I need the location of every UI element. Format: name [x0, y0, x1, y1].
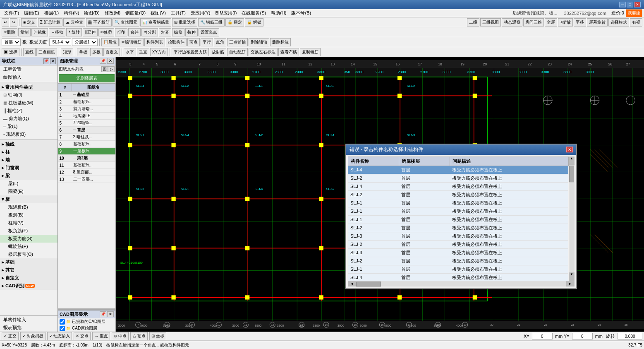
view-rebar-btn[interactable]: 📊 查看钢筋量: [140, 18, 171, 26]
swap-mark-btn[interactable]: 交换左右标注: [249, 48, 278, 56]
menu-help[interactable]: 帮助(H): [268, 9, 289, 17]
wall-group[interactable]: ▸ 墙: [0, 156, 57, 164]
sidebar-beam-l[interactable]: 梁(L): [0, 180, 57, 188]
sidebar-item-raft[interactable]: ▦ 筏板基础(M): [0, 99, 57, 107]
menu-view[interactable]: 视图(V): [148, 9, 168, 17]
common-group-header[interactable]: ▸ 常用构件类型: [0, 83, 57, 91]
sidebar-slab-hole[interactable]: 板洞(B): [0, 211, 57, 219]
cad-original-checkbox[interactable]: [60, 326, 65, 331]
maximize-button[interactable]: □: [627, 2, 633, 7]
vertex-btn[interactable]: △ 顶点: [130, 332, 148, 340]
midpoint-btn[interactable]: ⊕ 中点: [112, 332, 129, 340]
expand-btn[interactable]: ▷: [108, 66, 115, 72]
sidebar-cast-slab[interactable]: 现浇板(B): [0, 203, 57, 211]
copy-btn[interactable]: 复制: [18, 28, 31, 36]
cad-close-btn[interactable]: ✕: [107, 311, 114, 317]
floor-row[interactable]: 3剪力墙暗...: [58, 106, 115, 113]
batch-select-btn[interactable]: ⊞ 批量选择: [172, 18, 197, 26]
minimize-button[interactable]: ─: [619, 2, 626, 7]
sidebar-pos-rebar[interactable]: 板受力筋(S): [0, 235, 57, 243]
view3d-btn[interactable]: 三维视图: [480, 18, 501, 26]
slab-group[interactable]: ▾ 板: [0, 195, 57, 203]
close-button[interactable]: ✕: [634, 2, 641, 7]
select-mode-btn[interactable]: 选择模式: [608, 18, 629, 26]
define-btn[interactable]: ■ 定义: [21, 18, 37, 26]
select-btn[interactable]: ▣ 选择: [2, 48, 19, 56]
sidebar-floor-band[interactable]: 楼层板带(O): [0, 250, 57, 258]
error-row[interactable]: SLJ-1首层板受力筋必须布置在板上: [348, 199, 568, 207]
error-row[interactable]: SLJ-4首层板受力筋必须布置在板上: [348, 182, 568, 190]
sidebar-item-settings[interactable]: 工程设置: [0, 65, 57, 73]
screen-rotate-btn[interactable]: 屏幕旋转: [587, 18, 608, 26]
orthogonal-btn[interactable]: ✓ 正交: [2, 332, 19, 340]
beam-group[interactable]: ▸ 梁: [0, 172, 57, 180]
dialog-scroll-area[interactable]: 构件名称 所属楼层 问题描述 SLJ-4首层板受力筋必须布置在板上SLJ-2首层…: [348, 156, 569, 281]
menu-version[interactable]: 版本号(B): [289, 9, 314, 17]
menu-component[interactable]: 构件(N): [61, 9, 81, 17]
floor-select[interactable]: 首层: [2, 39, 21, 46]
door-group[interactable]: ▸ 门窗洞: [0, 164, 57, 172]
auto-config-btn[interactable]: 自动配筋: [227, 48, 248, 56]
pin-btn[interactable]: 📌: [100, 58, 106, 64]
menu-rebar[interactable]: 钢筋量(Q): [123, 9, 148, 17]
floor-row[interactable]: 4地沟梁LE: [58, 113, 115, 120]
cloud-check-btn[interactable]: ☁ 云检查: [63, 18, 85, 26]
error-row[interactable]: SLJ-2首层板受力筋必须布置在板上: [348, 174, 568, 182]
custom-group[interactable]: ▸ 自定义: [0, 274, 57, 282]
error-row[interactable]: SLJ-4首层板受力筋必须布置在板上: [348, 166, 568, 174]
floor-row[interactable]: 57.20轴%...: [58, 120, 115, 127]
dynamic-view-btn[interactable]: 动态观察: [502, 18, 522, 26]
menu-bim[interactable]: BIM应用(I): [213, 9, 239, 17]
error-row[interactable]: SLJ-4首层板受力筋必须布置在板上: [348, 273, 568, 281]
cad-extracted-checkbox[interactable]: [60, 319, 65, 325]
floor-row[interactable]: 9一层板%...: [58, 148, 115, 155]
trim-btn[interactable]: ✂修剪: [98, 28, 114, 36]
delete-btn[interactable]: ✕删除: [2, 28, 17, 36]
arc-btn[interactable]: 三点画弧: [36, 48, 57, 56]
error-row[interactable]: SLJ-1首层板受力筋必须布置在板上: [348, 265, 568, 273]
radial-btn[interactable]: 放射筋: [210, 48, 226, 56]
rect-btn[interactable]: 矩形: [61, 48, 73, 56]
copy-rebar-btn[interactable]: 复制钢筋: [300, 48, 321, 56]
view2d-btn[interactable]: 二维: [467, 18, 479, 26]
floor-row[interactable]: 2基础顶%...: [58, 99, 115, 106]
print-btn[interactable]: 打印: [115, 28, 127, 36]
horizontal-btn[interactable]: 水平: [124, 48, 136, 56]
floor-row[interactable]: 11基础顶%...: [58, 162, 115, 169]
identify-floor-btn[interactable]: 识别楼层表: [59, 74, 115, 82]
floor-row[interactable]: 8基础顶%...: [58, 141, 115, 148]
zoom-in-btn[interactable]: +缩放: [558, 18, 573, 26]
del-axis-btn[interactable]: 删除辅轴: [249, 38, 269, 46]
snap-btn[interactable]: ✓ 对象捕捉: [20, 332, 45, 340]
rotate-input[interactable]: [618, 333, 642, 339]
axis-group[interactable]: ▸ 轴线: [0, 140, 57, 148]
close-icon[interactable]: ✕: [50, 58, 56, 64]
parallel-edge-btn[interactable]: 平行边布置受力筋: [172, 48, 209, 56]
view-rebar2-btn[interactable]: 查看布筋: [278, 48, 299, 56]
add-file-btn[interactable]: 图: [101, 66, 108, 72]
sidebar-item-beam[interactable]: ═ 梁(L): [0, 123, 57, 130]
extend-btn[interactable]: ‖延伸: [83, 28, 98, 36]
floor-row[interactable]: 10─ 第2层: [58, 155, 115, 162]
error-row[interactable]: SLJ-2首层板受力筋必须布置在板上: [348, 190, 568, 199]
sidebar-item-axis[interactable]: ⊞ 轴网(J): [0, 91, 57, 99]
floor-close-btn[interactable]: ✕: [107, 58, 114, 64]
del-mark-btn[interactable]: 删除标注: [270, 38, 291, 46]
menu-floor[interactable]: 楼层(L): [42, 9, 61, 17]
xy-btn[interactable]: XY方向: [150, 48, 168, 56]
calc-btn[interactable]: Σ 汇总计算: [38, 18, 62, 26]
floor-row[interactable]: 6─ 首层: [58, 127, 115, 134]
redo-btn[interactable]: ↪: [10, 18, 17, 26]
unlock-btn[interactable]: 🔓 解锁: [245, 18, 263, 26]
undo-btn[interactable]: ↩: [2, 18, 9, 26]
cad-group[interactable]: ▸ CAD识别 NEW: [0, 282, 57, 290]
divide-btn[interactable]: ⫷分割: [141, 28, 158, 36]
menu-modify[interactable]: 修改(M): [102, 9, 123, 17]
single-component-btn[interactable]: 单构件输入: [0, 316, 57, 324]
cad-layer-original[interactable]: 📁 CAD原始图层: [58, 325, 115, 332]
y-input[interactable]: [572, 333, 593, 339]
merge-btn[interactable]: 合并: [128, 28, 141, 36]
set-point-btn[interactable]: 设置夹点: [199, 28, 219, 36]
flat-btn[interactable]: 平移: [574, 18, 586, 26]
menu-draw[interactable]: 绘图(D): [81, 9, 102, 17]
